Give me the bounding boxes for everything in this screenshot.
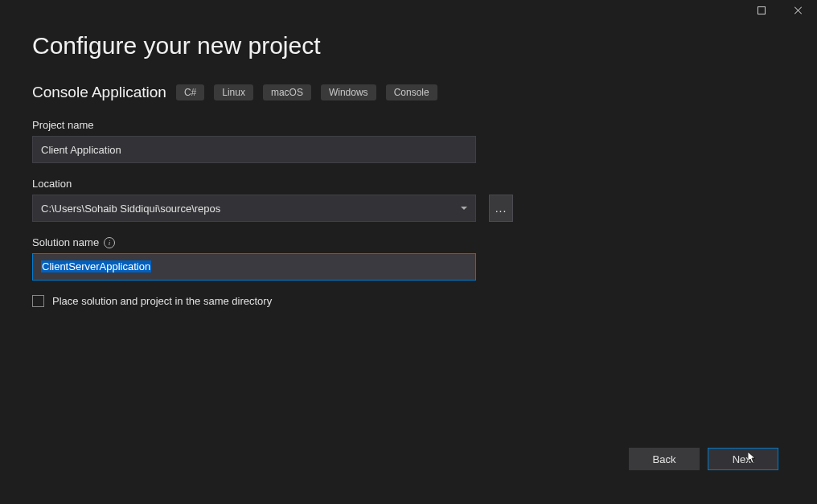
titlebar	[743, 0, 817, 21]
page-title: Configure your new project	[32, 32, 785, 59]
solution-name-label-text: Solution name	[32, 236, 99, 248]
project-name-label: Project name	[32, 119, 785, 131]
maximize-button[interactable]	[743, 0, 780, 21]
footer: Back Next	[629, 448, 778, 470]
tag-linux: Linux	[214, 84, 253, 100]
tag-console: Console	[386, 84, 437, 100]
tag-macos: macOS	[263, 84, 311, 100]
close-icon	[794, 6, 803, 15]
solution-input-wrapper: ClientServerApplication	[32, 253, 476, 281]
next-button[interactable]: Next	[708, 448, 778, 470]
solution-name-field: Solution name i ClientServerApplication	[32, 236, 785, 281]
template-name: Console Application	[32, 84, 166, 101]
browse-button[interactable]: ...	[489, 195, 513, 222]
project-name-field: Project name	[32, 119, 785, 163]
solution-name-input[interactable]	[32, 253, 476, 281]
tag-csharp: C#	[176, 84, 204, 100]
location-label: Location	[32, 178, 785, 190]
project-name-input[interactable]	[32, 136, 476, 163]
solution-name-label: Solution name i	[32, 236, 785, 248]
template-row: Console Application C# Linux macOS Windo…	[32, 84, 785, 101]
location-value: C:\Users\Sohaib Siddiqui\source\repos	[41, 203, 220, 215]
location-select[interactable]: C:\Users\Sohaib Siddiqui\source\repos	[32, 195, 476, 222]
location-field: Location C:\Users\Sohaib Siddiqui\source…	[32, 178, 785, 222]
location-row: C:\Users\Sohaib Siddiqui\source\repos ..…	[32, 195, 785, 222]
chevron-down-icon	[461, 207, 467, 210]
tag-windows: Windows	[321, 84, 376, 100]
same-directory-checkbox[interactable]	[32, 295, 44, 307]
maximize-icon	[757, 6, 766, 14]
close-button[interactable]	[780, 0, 817, 21]
same-directory-row: Place solution and project in the same d…	[32, 295, 785, 307]
info-icon[interactable]: i	[104, 237, 115, 248]
same-directory-label: Place solution and project in the same d…	[52, 295, 272, 307]
back-button[interactable]: Back	[629, 448, 700, 470]
main-content: Configure your new project Console Appli…	[0, 0, 817, 307]
